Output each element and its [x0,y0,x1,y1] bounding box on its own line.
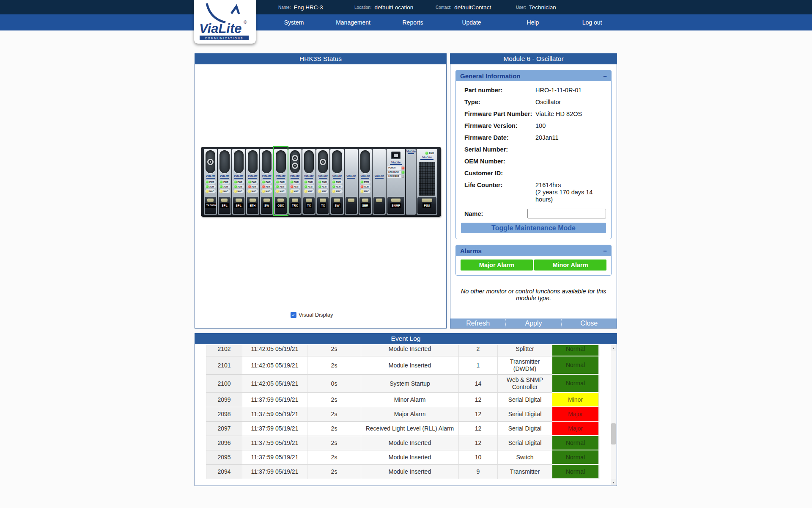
info-row-firmware-part-number: Firmware Part Number:ViaLite HD 82OS [456,110,611,119]
toggle-maintenance-mode-button[interactable]: Toggle Maintenance Mode [461,223,606,233]
module-handle[interactable]: PSU [417,197,436,214]
module-handle[interactable]: TX [303,197,315,214]
info-label: Customer ID: [464,170,535,177]
nav-item-help[interactable]: Help [527,14,539,30]
event-id-cell: 2100 [206,375,242,393]
minor-alarm-indicator[interactable]: Minor Alarm [534,260,606,271]
vialite-mini-logo-bar [420,159,433,160]
rack-module-tx[interactable]: ViaLitePWRALMM&CTX [302,149,315,215]
connector-recess [290,150,300,173]
nav-item-system[interactable]: System [284,14,304,30]
module-handle[interactable]: SER [359,197,371,214]
module-handle[interactable]: TX [317,197,329,214]
vialite-logo[interactable]: ViaLite ® COMMUNICATIONS [194,0,256,44]
rack-module-sw[interactable]: ViaLitePWRALMM&CSW [330,149,343,215]
rack-module-osc[interactable]: ViaLitePWRALMM&COSC [274,149,287,215]
nav-item-reports[interactable]: Reports [402,14,423,30]
vialite-mini-logo: ViaLite [204,174,217,179]
major-alarm-indicator[interactable]: Major Alarm [461,260,533,271]
info-label: Firmware Version: [464,122,535,129]
close-button[interactable]: Close [561,319,617,328]
rack-module-spl[interactable]: ViaLitePWRALMM&CSPL [232,149,245,215]
vialite-mini-logo-text: ViaLite [374,174,384,177]
info-value: 100 [535,122,546,130]
yellow-led-dot [361,190,363,193]
led-label: M&C [223,190,228,193]
module-latch [207,199,214,202]
nav-item-logout[interactable]: Log out [582,14,602,30]
event-module-number-cell: 1 [459,356,498,375]
scroll-down-icon[interactable]: ▼ [611,479,616,485]
module-handle[interactable]: TRX [289,197,301,214]
module-handle[interactable] [346,197,357,214]
event-log-scrollbar[interactable]: ▲ ▼ [611,345,616,485]
rack-module-spl[interactable]: ViaLitePWRALMM&CSPL [218,149,231,215]
m-c-led: M&C [275,189,286,193]
event-id-cell: 2101 [206,356,242,375]
module-label: PSU [422,203,431,208]
rack-module-trx[interactable]: ViaLitePWRALMM&CTRX [288,149,302,215]
connector-recess [248,150,258,173]
module-latch [362,199,368,202]
event-status-badge: Normal [552,436,599,450]
refresh-button[interactable]: Refresh [450,319,505,328]
module-name-input[interactable] [527,209,606,218]
module-handle[interactable]: SPL [219,197,230,214]
green-led-dot [234,185,237,188]
module-handle[interactable]: TX DWDM [205,197,216,214]
module-handle[interactable]: ETH [247,197,258,214]
info-value: ViaLite HD 82OS [535,110,582,118]
green-led-dot [318,181,321,183]
rack-module-eth[interactable]: ViaLitePWRALMM&CETH [246,149,259,215]
scroll-up-icon[interactable]: ▲ [611,345,616,351]
rack-module-snmp[interactable]: ViaLitePOWERLINK REARLINK FIBERSNMP [387,149,405,215]
event-module-type-cell: Web & SNMP Controller [498,375,552,393]
green-led-dot [402,171,404,174]
collapse-icon[interactable]: − [603,72,607,80]
vialite-mini-logo: ViaLite [246,174,259,179]
led-label: M&C [238,190,242,193]
module-handle[interactable] [373,197,385,214]
led-strip-label: POWER [387,166,401,170]
visual-display-checkbox[interactable]: ✓ [291,312,296,318]
module-handle[interactable]: SPL [233,197,244,214]
info-row-customer-id: Customer ID: [456,170,611,178]
event-log-row: 209911:37:59 05/19/212sMinor Alarm12Seri… [206,393,600,407]
led-label: PWR [252,181,257,183]
event-log-row: 210011:42:05 05/19/210sSystem Startup14W… [206,375,600,393]
apply-button[interactable]: Apply [505,319,561,328]
module-label: SNMP [390,203,401,208]
vialite-mini-logo-text: ViaLite [234,174,244,177]
rack-module-slot-13[interactable]: ViaLite [373,149,386,215]
event-module-type-cell: Transmitter (DWDM) [498,356,552,375]
nav-item-update[interactable]: Update [462,14,481,30]
nav-item-management[interactable]: Management [336,14,370,30]
rack-module-tx[interactable]: ViaLitePWRALMM&CTX [316,149,329,215]
vialite-mini-logo-bar [408,153,414,154]
vialite-mini-logo-text: ViaLite [262,174,272,177]
event-time-cell: 11:42:05 05/19/21 [242,356,307,375]
connector-recess [219,150,229,173]
vialite-mini-logo-bar [263,178,271,179]
rack-module-psu[interactable]: PWRViaLitePSU [417,149,437,215]
module-handle[interactable]: SW [261,197,272,214]
m-c-led: M&C [233,189,244,193]
scrollbar-thumb[interactable] [611,423,616,444]
rack-module-slot-11[interactable]: ViaLite [345,149,358,215]
event-duration-cell: 2s [307,356,361,375]
yellow-led-dot [291,190,293,193]
collapse-icon[interactable]: − [603,247,607,254]
alm-led: ALM [261,185,272,188]
general-information-fields: Part number:HRO-1-11-0R-01Type:Oscillato… [456,81,611,208]
event-duration-cell: 2s [307,465,361,479]
module-handle[interactable]: SNMP [387,197,404,214]
green-led-dot [361,181,363,183]
module-handle[interactable]: SW [331,197,343,214]
led-label: PWR [280,181,285,183]
location-value: defaultLocation [375,4,414,11]
rack-module-slot-15: ViaLite [406,149,416,215]
rack-module-ser[interactable]: ViaLitePWRALMM&CSER [359,149,372,215]
module-handle[interactable]: OSC [275,197,286,214]
rack-module-tx-dwdm[interactable]: ViaLitePWRALMM&CTX DWDM [204,149,217,215]
rack-module-sw[interactable]: ViaLitePWRALMM&CSW [260,149,273,215]
